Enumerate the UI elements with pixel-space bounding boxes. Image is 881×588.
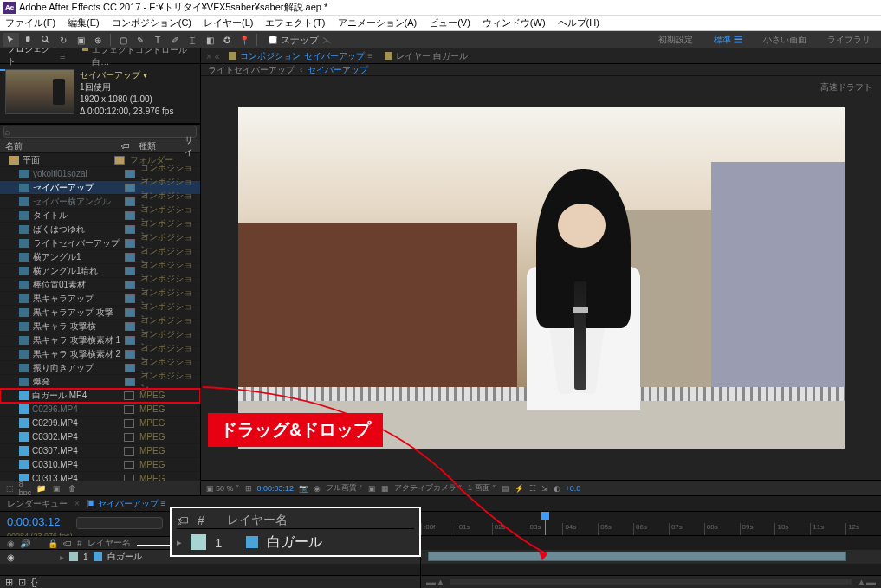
timeline-icon[interactable]: ☷ [529, 484, 536, 493]
project-item[interactable]: C0299.MP4MPEG [0, 417, 200, 430]
viewlayout[interactable]: 1 画面 ˅ [468, 482, 496, 494]
exposure[interactable]: +0.0 [566, 484, 581, 493]
3dview[interactable]: アクティブカメラ ˅ [394, 482, 463, 494]
toggle-modes-icon[interactable]: ⊡ [18, 577, 26, 588]
tag-icon[interactable]: 🏷 [121, 141, 133, 151]
project-item[interactable]: C0302.MP4MPEG [0, 430, 200, 444]
layer-label-swatch[interactable] [69, 552, 78, 561]
zoom-slider[interactable] [450, 579, 852, 585]
label-swatch[interactable] [124, 475, 134, 481]
label-swatch[interactable] [125, 267, 135, 275]
breadcrumb-item[interactable]: ライトセイバーアップ [208, 64, 295, 76]
comp-tab[interactable]: コンポジション セイバーアップ ≡ [225, 48, 377, 64]
label-swatch[interactable] [114, 156, 125, 165]
new-comp-icon[interactable]: ▣ [50, 482, 62, 494]
label-swatch[interactable] [125, 364, 135, 372]
eye-col-icon[interactable]: ◉ [7, 539, 15, 548]
tool-hand[interactable] [21, 33, 36, 47]
ruler-tick[interactable]: 07s [669, 523, 704, 535]
trash-icon[interactable]: 🗑 [66, 482, 78, 494]
label-swatch[interactable] [125, 197, 135, 206]
menu-window[interactable]: ウィンドウ(W) [483, 16, 546, 29]
menu-effect[interactable]: エフェクト(T) [265, 16, 325, 29]
resolution[interactable]: フル画質 ˅ [326, 482, 363, 494]
zoom-in-icon[interactable]: ▲▬ [857, 577, 876, 587]
eye-toggle[interactable]: ◉ [7, 552, 15, 562]
label-swatch[interactable] [125, 170, 135, 178]
tool-text[interactable]: T [150, 33, 165, 47]
toggle-parent-icon[interactable]: {} [31, 577, 37, 587]
label-swatch[interactable] [125, 322, 135, 331]
tool-roto[interactable]: ✪ [219, 33, 235, 47]
exposure-reset-icon[interactable]: ◐ [554, 484, 560, 493]
menu-animation[interactable]: アニメーション(A) [338, 16, 418, 29]
ruler-tick[interactable]: 01s [457, 523, 492, 535]
label-swatch[interactable] [125, 239, 135, 248]
bpc-button[interactable]: 8 bpc [19, 482, 31, 494]
tool-anchor[interactable]: ⊕ [90, 33, 106, 47]
renderqueue-tab[interactable]: レンダーキュー [7, 498, 68, 510]
label-swatch[interactable] [124, 433, 134, 442]
lock-col-icon[interactable]: 🔒 [48, 539, 58, 548]
ruler-tick[interactable]: 11s [810, 523, 845, 535]
label-swatch[interactable] [124, 405, 134, 414]
snap-checkbox[interactable] [269, 36, 277, 44]
tool-rect[interactable]: ▢ [115, 33, 131, 47]
label-swatch[interactable] [124, 391, 134, 400]
new-folder-icon[interactable]: 📁 [35, 482, 47, 494]
layer-clip[interactable] [428, 552, 846, 561]
timecode[interactable]: 0:00:03:12 [257, 484, 295, 493]
tool-zoom[interactable] [38, 33, 54, 47]
snap-flyout-icon[interactable]: ⋋ [322, 35, 332, 46]
label-swatch[interactable] [125, 184, 135, 192]
workspace-small[interactable]: 小さい画面 [758, 32, 812, 48]
label-swatch[interactable] [125, 378, 135, 386]
layer-name[interactable]: 白ガール [107, 551, 142, 563]
project-item[interactable]: 爆発コンポジション [0, 375, 200, 389]
menu-composition[interactable]: コンポジション(C) [112, 16, 191, 29]
flowchart-icon[interactable]: ⇲ [541, 484, 548, 493]
audio-col-icon[interactable]: 🔊 [20, 539, 30, 548]
label-swatch[interactable] [125, 308, 135, 317]
tool-eraser[interactable]: ◧ [202, 33, 217, 47]
workspace-default[interactable]: 初期設定 [653, 32, 698, 48]
tool-pen[interactable]: ✎ [133, 33, 148, 47]
label-swatch[interactable] [124, 461, 134, 469]
label-swatch[interactable] [125, 211, 135, 220]
pixel-aspect-icon[interactable]: ▤ [502, 484, 509, 493]
current-time-indicator[interactable] [545, 512, 546, 535]
zoom-out-icon[interactable]: ▬▲ [426, 577, 445, 587]
ruler-tick[interactable]: 06s [633, 523, 669, 535]
menu-help[interactable]: ヘルプ(H) [558, 16, 599, 29]
fast-preview-icon[interactable]: ⚡ [515, 484, 524, 493]
tool-pin[interactable]: 📍 [236, 33, 252, 47]
label-col-icon[interactable]: 🏷 [63, 539, 72, 548]
layer-tab[interactable]: レイヤー 白ガール [381, 48, 471, 64]
workspace-library[interactable]: ライブラリ [822, 32, 876, 48]
menu-view[interactable]: ビュー(V) [429, 16, 470, 29]
timeline-track[interactable] [421, 550, 881, 564]
resolution-popup[interactable]: ⊞ [245, 484, 252, 493]
ruler-tick[interactable]: 04s [562, 523, 598, 535]
transparency-icon[interactable]: ▦ [381, 484, 389, 493]
tool-rotate[interactable]: ↻ [55, 33, 71, 47]
snapshot-icon[interactable]: 📷 [299, 484, 308, 493]
timeline-tab[interactable]: ▣ セイバーアップ ≡ [87, 498, 165, 510]
channel-icon[interactable]: ◉ [314, 484, 321, 493]
roi-icon[interactable]: ▣ [368, 484, 376, 493]
tool-brush[interactable]: ✐ [167, 33, 183, 47]
ruler-tick[interactable]: 08s [704, 523, 740, 535]
label-swatch[interactable] [125, 294, 135, 303]
label-swatch[interactable] [125, 281, 135, 289]
tool-selection[interactable] [3, 33, 19, 47]
project-search[interactable] [3, 126, 197, 138]
menubar[interactable]: ファイル(F) 編集(E) コンポジション(C) レイヤー(L) エフェクト(T… [0, 16, 881, 31]
tool-clone[interactable]: ⌶ [185, 33, 200, 47]
ruler-tick[interactable]: 09s [740, 523, 775, 535]
label-swatch[interactable] [125, 336, 135, 345]
ruler-tick[interactable]: :00f [421, 523, 457, 535]
label-swatch[interactable] [125, 253, 135, 262]
toggle-switches-icon[interactable]: ⊞ [5, 577, 13, 588]
breadcrumb-item[interactable]: セイバーアップ [308, 64, 368, 76]
ruler-tick[interactable]: 02s [492, 523, 528, 535]
